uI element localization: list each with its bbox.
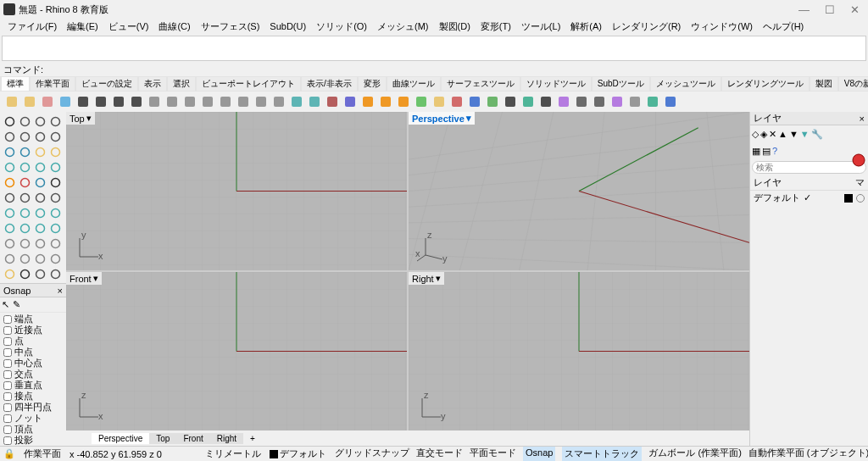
toolbox-button[interactable] [47, 266, 63, 281]
toolbar-button[interactable] [484, 93, 501, 110]
toolbox-button[interactable] [2, 266, 17, 281]
viewport-tab[interactable]: Front [176, 433, 209, 444]
status-toggle[interactable]: グリッドスナップ [335, 447, 409, 461]
add-viewport-tab[interactable]: + [243, 433, 262, 444]
toolbox-button[interactable] [17, 190, 32, 205]
up-icon[interactable]: ▲ [778, 129, 787, 139]
toolbox-button[interactable] [47, 236, 63, 251]
tab-item[interactable]: 作業平面 [31, 77, 75, 91]
layer-material-header[interactable]: マ [855, 176, 865, 189]
toolbar-button[interactable] [199, 93, 216, 110]
menu-item[interactable]: 解析(A) [566, 19, 606, 34]
menu-item[interactable]: レンダリング(R) [608, 19, 685, 34]
status-cplane[interactable]: 作業平面 [24, 447, 61, 460]
layer-color-swatch[interactable] [844, 194, 853, 203]
toolbox-button[interactable] [17, 236, 32, 251]
osnap-checkbox[interactable] [3, 392, 12, 401]
toolbox-button[interactable] [2, 114, 17, 129]
osnap-item[interactable]: 接点 [3, 391, 63, 402]
viewport-front[interactable]: Front▾ z x [66, 272, 407, 430]
command-output[interactable] [2, 36, 866, 61]
help-icon[interactable]: ? [772, 146, 777, 156]
record-icon[interactable] [851, 153, 866, 169]
toolbox-button[interactable] [47, 114, 63, 129]
toolbar-button[interactable] [3, 93, 20, 110]
toolbox-button[interactable] [2, 220, 17, 236]
status-lock-icon[interactable]: 🔒 [3, 448, 15, 459]
toolbar-button[interactable] [573, 93, 590, 110]
toolbox-button[interactable] [2, 144, 17, 159]
layer-search-input[interactable] [752, 161, 866, 174]
toolbar-button[interactable] [164, 93, 181, 110]
tab-item[interactable]: 変形 [359, 77, 386, 91]
viewport-top[interactable]: Top▾ y x [66, 112, 407, 270]
panel-close-icon[interactable]: × [860, 114, 865, 124]
toolbar-button[interactable] [253, 93, 270, 110]
status-toggle[interactable]: スマートトラック [562, 447, 642, 461]
menu-item[interactable]: サーフェス(S) [197, 19, 264, 34]
layer-column-header[interactable]: レイヤ [754, 176, 855, 189]
toolbar-button[interactable] [217, 93, 234, 110]
toolbar-button[interactable] [395, 93, 412, 110]
toolbox-button[interactable] [2, 251, 17, 266]
toolbar-button[interactable] [448, 93, 465, 110]
toolbox-button[interactable] [47, 129, 63, 144]
new-sublayer-icon[interactable]: ◈ [760, 129, 767, 140]
toolbox-button[interactable] [32, 129, 47, 144]
tab-item[interactable]: ビューの設定 [76, 77, 137, 91]
toolbox-button[interactable] [17, 129, 32, 144]
toolbox-button[interactable] [2, 175, 17, 190]
menu-item[interactable]: ヘルプ(H) [759, 19, 808, 34]
osnap-checkbox[interactable] [3, 359, 12, 368]
status-layer[interactable]: デフォルト [270, 447, 326, 460]
tab-item[interactable]: ビューポートレイアウト [197, 77, 300, 91]
osnap-item[interactable]: 四半円点 [3, 402, 63, 413]
toolbar-button[interactable] [431, 93, 448, 110]
tab-item[interactable]: V8の新機能 [839, 77, 868, 91]
tab-item[interactable]: メッシュツール [651, 77, 721, 91]
menu-item[interactable]: ツール(L) [517, 19, 565, 34]
toolbox-button[interactable] [2, 190, 17, 205]
osnap-item[interactable]: 中点 [3, 347, 63, 358]
tab-item[interactable]: ソリッドツール [521, 77, 591, 91]
toolbox-button[interactable] [47, 190, 63, 205]
osnap-checkbox[interactable] [3, 414, 12, 423]
toolbox-button[interactable] [32, 220, 47, 236]
osnap-pencil-icon[interactable]: ✎ [13, 299, 20, 310]
toolbox-button[interactable] [47, 251, 63, 266]
tab-item[interactable]: 表示 [139, 77, 166, 91]
toolbox-button[interactable] [32, 236, 47, 251]
status-toggle[interactable]: 自動作業平面 (オブジェクト) [748, 447, 868, 461]
toolbar-button[interactable] [110, 93, 127, 110]
toolbar-button[interactable] [555, 93, 572, 110]
menu-item[interactable]: メッシュ(M) [373, 19, 433, 34]
osnap-item[interactable]: 端点 [3, 314, 63, 325]
toolbar-button[interactable] [626, 93, 643, 110]
tools-icon[interactable]: 🔧 [811, 129, 823, 140]
tab-item[interactable]: 選択 [168, 77, 195, 91]
toolbox-button[interactable] [17, 144, 32, 159]
menu-item[interactable]: 変形(T) [476, 19, 515, 34]
viewport-tab[interactable]: Perspective [92, 433, 149, 444]
toolbar-button[interactable] [39, 93, 56, 110]
osnap-item[interactable]: 頂点 [3, 424, 63, 435]
toolbox-button[interactable] [17, 251, 32, 266]
toolbar-button[interactable] [324, 93, 341, 110]
toolbar-button[interactable] [359, 93, 376, 110]
osnap-checkbox[interactable] [3, 337, 12, 346]
toolbox-button[interactable] [32, 205, 47, 220]
chevron-down-icon[interactable]: ▾ [86, 113, 92, 124]
toolbox-button[interactable] [32, 190, 47, 205]
toolbar-button[interactable] [288, 93, 305, 110]
osnap-cursor-icon[interactable]: ↖ [2, 299, 9, 310]
minimize-button[interactable]: — [798, 3, 810, 16]
toolbar-button[interactable] [413, 93, 430, 110]
menu-item[interactable]: ファイル(F) [3, 19, 61, 34]
toolbox-button[interactable] [32, 159, 47, 175]
toolbar-button[interactable] [591, 93, 608, 110]
viewport-perspective[interactable]: Perspective▾ z y x [409, 112, 749, 270]
osnap-item[interactable]: 垂直点 [3, 380, 63, 391]
toolbox-button[interactable] [47, 175, 63, 190]
osnap-checkbox[interactable] [3, 326, 12, 335]
toolbox-button[interactable] [47, 144, 63, 159]
